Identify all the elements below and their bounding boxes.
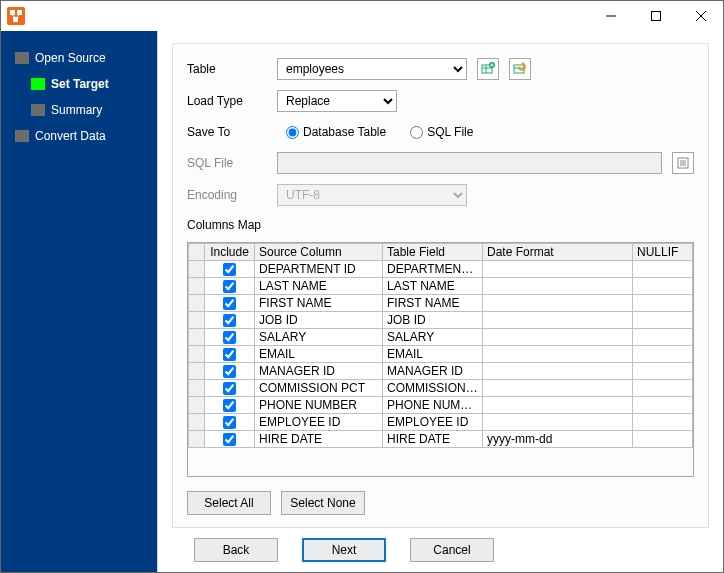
include-cell[interactable] [205, 380, 255, 397]
nullif-cell[interactable] [633, 380, 693, 397]
nullif-cell[interactable] [633, 278, 693, 295]
include-checkbox[interactable] [223, 297, 236, 310]
include-checkbox[interactable] [223, 331, 236, 344]
table-field-cell[interactable]: DEPARTMENT ID [383, 261, 483, 278]
refresh-tables-button[interactable] [509, 58, 531, 80]
source-column-cell[interactable]: JOB ID [255, 312, 383, 329]
include-cell[interactable] [205, 261, 255, 278]
date-format-cell[interactable] [483, 397, 633, 414]
table-row[interactable]: COMMISSION PCTCOMMISSION PCT [189, 380, 693, 397]
sidebar-item-summary[interactable]: Summary [1, 97, 157, 123]
back-button[interactable]: Back [194, 538, 278, 562]
nullif-cell[interactable] [633, 431, 693, 448]
table-row[interactable]: EMPLOYEE IDEMPLOYEE ID [189, 414, 693, 431]
close-button[interactable] [678, 1, 723, 31]
table-select[interactable]: employees [277, 58, 467, 80]
include-cell[interactable] [205, 363, 255, 380]
table-field-cell[interactable]: LAST NAME [383, 278, 483, 295]
include-cell[interactable] [205, 397, 255, 414]
grid-header-source[interactable]: Source Column [255, 244, 383, 261]
date-format-cell[interactable]: yyyy-mm-dd [483, 431, 633, 448]
table-row[interactable]: MANAGER IDMANAGER ID [189, 363, 693, 380]
columns-map-grid[interactable]: Include Source Column Table Field Date F… [187, 242, 694, 477]
table-field-cell[interactable]: EMAIL [383, 346, 483, 363]
nullif-cell[interactable] [633, 312, 693, 329]
table-field-cell[interactable]: PHONE NUMBER [383, 397, 483, 414]
date-format-cell[interactable] [483, 380, 633, 397]
include-checkbox[interactable] [223, 365, 236, 378]
minimize-button[interactable] [588, 1, 633, 31]
include-checkbox[interactable] [223, 348, 236, 361]
table-row[interactable]: LAST NAMELAST NAME [189, 278, 693, 295]
date-format-cell[interactable] [483, 278, 633, 295]
table-field-cell[interactable]: MANAGER ID [383, 363, 483, 380]
nullif-cell[interactable] [633, 397, 693, 414]
nullif-cell[interactable] [633, 295, 693, 312]
table-row[interactable]: JOB IDJOB ID [189, 312, 693, 329]
table-field-cell[interactable]: JOB ID [383, 312, 483, 329]
date-format-cell[interactable] [483, 346, 633, 363]
radio-database-table[interactable]: Database Table [286, 125, 386, 139]
date-format-cell[interactable] [483, 312, 633, 329]
include-checkbox[interactable] [223, 382, 236, 395]
grid-header-field[interactable]: Table Field [383, 244, 483, 261]
table-row[interactable]: PHONE NUMBERPHONE NUMBER [189, 397, 693, 414]
nullif-cell[interactable] [633, 329, 693, 346]
table-field-cell[interactable]: FIRST NAME [383, 295, 483, 312]
include-cell[interactable] [205, 278, 255, 295]
browse-file-button[interactable] [672, 152, 694, 174]
include-cell[interactable] [205, 329, 255, 346]
source-column-cell[interactable]: LAST NAME [255, 278, 383, 295]
sidebar-item-convert-data[interactable]: Convert Data [1, 123, 157, 149]
grid-header-include[interactable]: Include [205, 244, 255, 261]
nullif-cell[interactable] [633, 363, 693, 380]
include-cell[interactable] [205, 295, 255, 312]
include-cell[interactable] [205, 431, 255, 448]
date-format-cell[interactable] [483, 261, 633, 278]
maximize-button[interactable] [633, 1, 678, 31]
date-format-cell[interactable] [483, 363, 633, 380]
sidebar-item-set-target[interactable]: Set Target [1, 71, 157, 97]
source-column-cell[interactable]: FIRST NAME [255, 295, 383, 312]
source-column-cell[interactable]: COMMISSION PCT [255, 380, 383, 397]
sidebar-item-open-source[interactable]: Open Source [1, 45, 157, 71]
include-cell[interactable] [205, 414, 255, 431]
next-button[interactable]: Next [302, 538, 386, 562]
source-column-cell[interactable]: MANAGER ID [255, 363, 383, 380]
table-field-cell[interactable]: EMPLOYEE ID [383, 414, 483, 431]
radio-sql-file[interactable]: SQL File [410, 125, 473, 139]
table-field-cell[interactable]: HIRE DATE [383, 431, 483, 448]
table-row[interactable]: HIRE DATEHIRE DATEyyyy-mm-dd [189, 431, 693, 448]
table-row[interactable]: FIRST NAMEFIRST NAME [189, 295, 693, 312]
load-type-select[interactable]: Replace [277, 90, 397, 112]
nullif-cell[interactable] [633, 346, 693, 363]
include-cell[interactable] [205, 312, 255, 329]
grid-header-nullif[interactable]: NULLIF [633, 244, 693, 261]
grid-header-date[interactable]: Date Format [483, 244, 633, 261]
cancel-button[interactable]: Cancel [410, 538, 494, 562]
table-field-cell[interactable]: COMMISSION PCT [383, 380, 483, 397]
source-column-cell[interactable]: HIRE DATE [255, 431, 383, 448]
nullif-cell[interactable] [633, 414, 693, 431]
source-column-cell[interactable]: EMPLOYEE ID [255, 414, 383, 431]
table-field-cell[interactable]: SALARY [383, 329, 483, 346]
table-row[interactable]: SALARYSALARY [189, 329, 693, 346]
include-checkbox[interactable] [223, 416, 236, 429]
include-cell[interactable] [205, 346, 255, 363]
source-column-cell[interactable]: SALARY [255, 329, 383, 346]
select-none-button[interactable]: Select None [281, 491, 365, 515]
source-column-cell[interactable]: DEPARTMENT ID [255, 261, 383, 278]
source-column-cell[interactable]: EMAIL [255, 346, 383, 363]
include-checkbox[interactable] [223, 263, 236, 276]
include-checkbox[interactable] [223, 433, 236, 446]
date-format-cell[interactable] [483, 414, 633, 431]
source-column-cell[interactable]: PHONE NUMBER [255, 397, 383, 414]
date-format-cell[interactable] [483, 329, 633, 346]
new-table-button[interactable] [477, 58, 499, 80]
include-checkbox[interactable] [223, 280, 236, 293]
date-format-cell[interactable] [483, 295, 633, 312]
table-row[interactable]: EMAILEMAIL [189, 346, 693, 363]
nullif-cell[interactable] [633, 261, 693, 278]
table-row[interactable]: DEPARTMENT IDDEPARTMENT ID [189, 261, 693, 278]
select-all-button[interactable]: Select All [187, 491, 271, 515]
